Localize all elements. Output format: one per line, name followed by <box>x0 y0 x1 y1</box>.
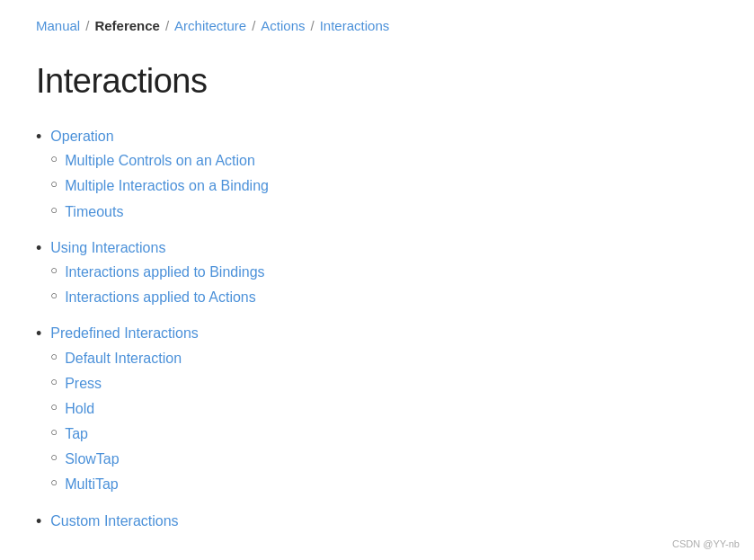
page-title: Interactions <box>36 62 718 101</box>
breadcrumb-sep-3: / <box>252 18 255 33</box>
toc-subitem-default-interaction: Default Interaction <box>50 348 199 369</box>
toc-subitem-multiple-controls: Multiple Controls on an Action <box>50 150 269 171</box>
toc-sublink-timeouts[interactable]: Timeouts <box>65 201 123 222</box>
toc-sublink-multiple-interactions[interactable]: Multiple Interactios on a Binding <box>65 175 269 196</box>
toc-subitem-interactions-actions: Interactions applied to Actions <box>50 287 264 307</box>
toc-sublink-tap[interactable]: Tap <box>65 423 88 444</box>
toc-sublink-multitap[interactable]: MultiTap <box>65 474 119 494</box>
toc-sublink-interactions-actions[interactable]: Interactions applied to Actions <box>65 287 256 307</box>
toc-sublink-interactions-bindings[interactable]: Interactions applied to Bindings <box>65 262 264 282</box>
breadcrumb-architecture[interactable]: Architecture <box>174 18 246 33</box>
watermark: CSDN @YY-nb <box>672 538 740 549</box>
toc-item-using-interactions: Using InteractionsInteractions applied t… <box>36 237 718 316</box>
toc-sublink-slowtap[interactable]: SlowTap <box>65 449 119 469</box>
toc-subitem-press: Press <box>50 373 199 394</box>
toc-item-predefined-interactions: Predefined InteractionsDefault Interacti… <box>36 323 718 502</box>
toc-link-using-interactions[interactable]: Using Interactions <box>50 237 264 258</box>
toc-item-custom-interactions: Custom Interactions <box>36 511 718 533</box>
breadcrumb-sep-4: / <box>311 18 315 33</box>
toc-subitem-tap: Tap <box>50 423 199 444</box>
breadcrumb-sep-1: / <box>85 18 89 33</box>
breadcrumb-actions[interactable]: Actions <box>261 18 305 33</box>
breadcrumb-sep-2: / <box>165 18 169 33</box>
breadcrumb-interactions[interactable]: Interactions <box>320 18 390 33</box>
breadcrumb-manual[interactable]: Manual <box>36 18 80 33</box>
toc-subitem-hold: Hold <box>50 398 199 419</box>
toc-subitem-interactions-bindings: Interactions applied to Bindings <box>50 262 264 282</box>
toc-link-operation[interactable]: Operation <box>50 126 269 147</box>
toc-sublink-hold[interactable]: Hold <box>65 398 94 419</box>
toc-subitem-timeouts: Timeouts <box>50 201 269 222</box>
toc-item-operation: OperationMultiple Controls on an ActionM… <box>36 126 718 230</box>
toc-sublink-default-interaction[interactable]: Default Interaction <box>65 348 182 369</box>
toc-sublink-multiple-controls[interactable]: Multiple Controls on an Action <box>65 150 255 171</box>
toc-subitem-slowtap: SlowTap <box>50 449 199 469</box>
toc-sublink-press[interactable]: Press <box>65 373 102 394</box>
toc-link-predefined-interactions[interactable]: Predefined Interactions <box>50 323 199 343</box>
toc-subitem-multiple-interactions: Multiple Interactios on a Binding <box>50 175 269 196</box>
toc-subitem-multitap: MultiTap <box>50 474 199 494</box>
toc-link-custom-interactions[interactable]: Custom Interactions <box>50 511 178 531</box>
breadcrumb-reference: Reference <box>94 18 160 33</box>
toc-list: OperationMultiple Controls on an ActionM… <box>36 126 718 533</box>
breadcrumb: Manual / Reference / Architecture / Acti… <box>36 18 718 33</box>
